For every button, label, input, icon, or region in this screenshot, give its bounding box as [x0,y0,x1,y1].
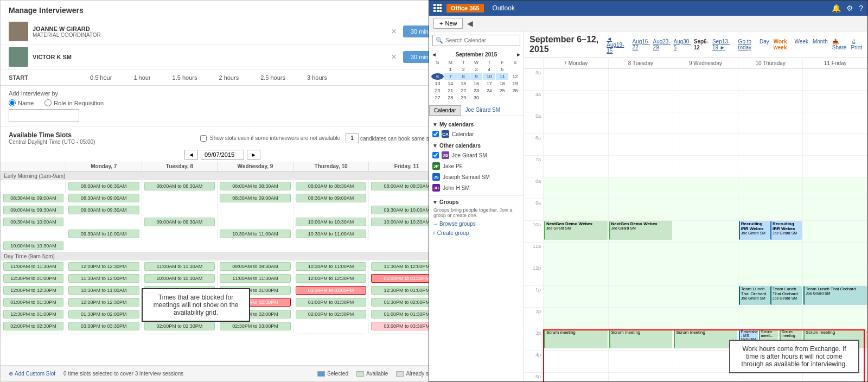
slot-fri-6[interactable]: 10:00AM to 10:30AM [1,240,66,252]
mini-d-10[interactable]: 10 [483,73,495,80]
waffle-icon[interactable] [433,4,442,12]
dt-thu-1[interactable]: 09:00AM to 09:30AM [217,260,293,272]
search-cal-input[interactable] [445,37,517,43]
dt-thu-7[interactable]: 02:30PM to 03:00PM [217,320,293,332]
mini-d-26[interactable]: 26 [509,87,521,94]
tue-r5[interactable] [609,156,673,177]
nav-aug23[interactable]: Aug23-29 [653,39,671,50]
outlook-tab-label[interactable]: Outlook [488,4,519,12]
wed-r2[interactable] [673,91,738,112]
fri-r5[interactable] [803,156,867,177]
dt-tue-8[interactable]: 04:00PM to 04:30PM [1,332,66,334]
tue-r12[interactable] [609,308,673,329]
tue-r4[interactable] [609,134,673,156]
other-cal-chevron[interactable]: ▼ [432,143,438,149]
slot-tue-2[interactable]: 08:30AM to 09:00AM [66,192,142,204]
dt-thu-2[interactable]: 10:00AM to 10:30AM [142,272,218,284]
thu-r7[interactable] [738,199,803,221]
wed-r13[interactable]: Scrum meeting [673,329,738,351]
mini-d-8[interactable]: 8 [457,73,470,80]
mini-d-12[interactable]: 12 [509,73,521,80]
nav-sep13[interactable]: Sep13-19 ► [712,39,736,50]
slot-wed-6[interactable]: 10:30AM to 11:00AM [293,228,369,240]
mon-r14[interactable] [544,351,608,373]
event-lunch-thu2[interactable]: Team Lunch Thai Orchard Joe Girard SM [770,286,802,305]
mini-d-7[interactable]: 7 [444,73,457,80]
mini-d-6[interactable]: 6 [431,73,444,80]
thu-r2[interactable] [738,91,803,112]
dur-0[interactable]: 0.5 hour [90,74,112,81]
mon-r8[interactable]: NextGen Demo Webex Joe Girard SM [544,221,608,243]
wed-r4[interactable] [673,134,738,156]
fri-r8[interactable] [803,221,867,243]
thu-r1[interactable] [738,69,803,91]
thu-r3[interactable] [738,112,803,134]
cal-item-jake[interactable]: JP Jake PE [429,161,524,171]
mon-r4[interactable] [544,134,608,156]
mini-d-14[interactable]: 14 [444,80,457,87]
thu-r8[interactable]: Recruiting IRR Webex Joe Girard SM Recru… [738,221,803,243]
dt-fri-4[interactable]: 12:00PM to 12:30PM [66,296,142,308]
event-lunch-fri[interactable]: Team Lunch Thai Orchard Joe Girard SM [803,286,867,305]
fri-r11[interactable]: Team Lunch Thai Orchard Joe Girard SM [803,286,867,308]
mini-d-18[interactable]: 18 [496,80,508,87]
view-week[interactable]: Week [795,39,808,50]
event-scrum-mon[interactable]: Scrum meeting [544,329,608,348]
wed-r14[interactable] [673,351,738,373]
tab-joe-girard[interactable]: Joe Girard SM [461,105,505,116]
mon-r15[interactable] [544,373,608,381]
slot-tue-5[interactable]: 10:00AM to 10:30AM [293,216,369,228]
event-lunch-thu1[interactable]: Team Lunch Thai Orchard Joe Girard SM [739,286,770,305]
event-scrum-tue[interactable]: Scrum meeting [609,329,673,348]
wed-r12[interactable] [673,308,738,329]
dur-3[interactable]: 2 hours [219,74,239,81]
dt-tue-2[interactable]: 12:30PM to 01:00PM [1,272,66,284]
view-day[interactable]: Day [760,39,769,50]
collapse-button[interactable]: ◀ [467,19,473,28]
mini-d-11[interactable]: 11 [496,73,508,80]
dt-mon-3[interactable]: 12:00PM to 12:30PM [293,272,369,284]
fri-r6[interactable] [803,177,867,199]
tue-r14[interactable] [609,351,673,373]
dt-tue-4[interactable]: 01:30PM to 02:00PM [293,284,369,296]
mon-r2[interactable] [544,91,608,112]
fri-r15[interactable] [803,373,867,381]
dur-2[interactable]: 1.5 hours [173,74,197,81]
slot-thu-1[interactable]: 08:00AM to 08:30AM [293,180,369,192]
thu-r4[interactable] [738,134,803,156]
mon-r7[interactable] [544,199,608,221]
wed-r6[interactable] [673,177,738,199]
dt-wed-8[interactable]: 03:00PM to 03:30PM [66,332,142,334]
mon-r12[interactable] [544,308,608,329]
tue-r7[interactable] [609,199,673,221]
wed-r8[interactable] [673,221,738,243]
dt-wed-2[interactable]: 11:30AM to 12:00PM [66,272,142,284]
tue-r9[interactable] [609,243,673,264]
search-calendar[interactable]: 🔍 [432,35,520,46]
thu-r6[interactable] [738,177,803,199]
mon-r13[interactable]: Scrum meeting [544,329,608,351]
mini-d-2[interactable]: 2 [457,66,470,73]
nav-aug16[interactable]: Aug16-22 [632,39,650,50]
remove-interviewer-2[interactable]: ✕ [389,53,399,61]
view-workweek[interactable]: Work week [774,39,790,50]
cal-item-calendar[interactable]: CA Calendar [429,129,524,139]
slot-tue-1[interactable]: 08:00AM to 08:30AM [142,180,218,192]
wed-r15[interactable] [673,373,738,381]
fri-r12[interactable] [803,308,867,329]
slot-tue-6[interactable]: 10:30AM to 11:00AM [217,228,293,240]
cal-checkbox[interactable] [432,131,439,137]
cal-jg-checkbox[interactable] [432,152,439,158]
print-btn[interactable]: 🖨 Print [851,39,862,50]
slot-wed-4[interactable]: 09:30AM to 10:00AM [1,216,66,228]
slot-wed-3[interactable]: 09:00AM to 09:30AM [66,204,142,216]
slot-fri-2[interactable]: 08:30AM to 09:00AM [293,192,369,204]
thu-r5[interactable] [738,156,803,177]
mon-r9[interactable] [544,243,608,264]
tue-r13[interactable]: Scrum meeting [609,329,673,351]
help-icon[interactable]: ? [859,4,863,12]
mini-d-19[interactable]: 19 [509,80,521,87]
slot-fri-5[interactable]: 09:30AM to 10:00AM [66,228,142,240]
fri-r9[interactable] [803,243,867,264]
wed-r1[interactable] [673,69,738,91]
